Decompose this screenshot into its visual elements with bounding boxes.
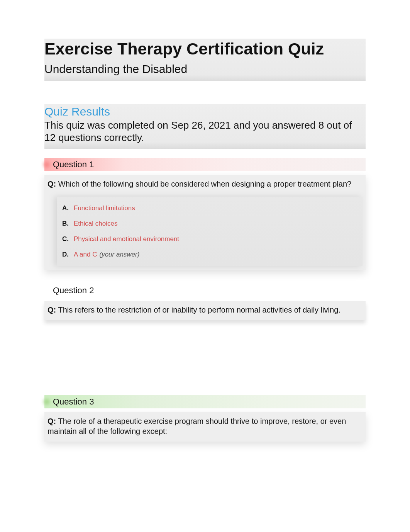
results-block: Quiz Results This quiz was completed on …	[44, 104, 366, 149]
question-body: Q: This refers to the restriction of or …	[44, 301, 366, 320]
answer-letter: C.	[62, 235, 72, 243]
answer-row: B. Ethical choices	[62, 216, 357, 231]
question-body: Q: The role of a therapeutic exercise pr…	[44, 412, 366, 442]
page-subtitle: Understanding the Disabled	[44, 63, 366, 76]
prompt-text: Which of the following should be conside…	[58, 180, 351, 188]
question-header-incorrect: Question 1	[44, 158, 366, 171]
answer-text: Physical and emotional environment	[74, 235, 179, 243]
prompt-text: This refers to the restriction of or ina…	[58, 306, 340, 314]
question-header-correct: Question 3	[44, 395, 366, 408]
question-prompt: Q: Which of the following should be cons…	[47, 179, 363, 189]
question-prompt: Q: This refers to the restriction of or …	[47, 305, 363, 315]
answer-text: Functional limitations	[74, 204, 135, 212]
question-prompt: Q: The role of a therapeutic exercise pr…	[47, 416, 363, 436]
answer-text: Ethical choices	[74, 220, 117, 228]
results-title: Quiz Results	[44, 105, 366, 118]
answer-letter: A.	[62, 204, 72, 212]
content-gap	[44, 331, 366, 393]
question-label: Question 1	[53, 160, 94, 169]
answer-row: A. Functional limitations	[62, 201, 357, 216]
question-body: Q: Which of the following should be cons…	[44, 175, 366, 270]
answer-row: C. Physical and emotional environment	[62, 231, 357, 247]
question-label: Question 2	[53, 286, 94, 295]
answers-list: A. Functional limitations B. Ethical cho…	[57, 197, 363, 266]
prompt-prefix: Q:	[47, 417, 56, 425]
prompt-prefix: Q:	[47, 306, 56, 314]
results-summary: This quiz was completed on Sep 26, 2021 …	[44, 119, 366, 144]
page-title: Exercise Therapy Certification Quiz	[44, 39, 366, 59]
answer-text: A and C	[74, 251, 97, 258]
question-header: Question 2	[44, 284, 366, 297]
answer-letter: D.	[62, 251, 72, 258]
prompt-prefix: Q:	[47, 180, 56, 188]
page-header: Exercise Therapy Certification Quiz Unde…	[44, 39, 366, 81]
answer-row: D. A and C (your answer)	[62, 247, 357, 262]
question-label: Question 3	[53, 397, 94, 406]
answer-letter: B.	[62, 220, 72, 228]
your-answer-label: (your answer)	[100, 251, 140, 258]
prompt-text: The role of a therapeutic exercise progr…	[47, 417, 346, 435]
